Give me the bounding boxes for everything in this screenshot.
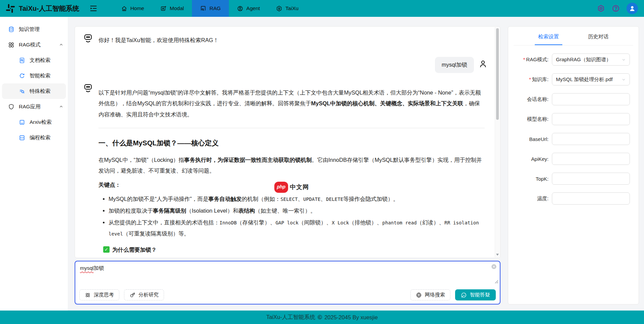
- sidebar-group-rag-mode[interactable]: RAG模式: [0, 37, 68, 52]
- refresh-icon: [19, 73, 25, 79]
- nav-item-taixu[interactable]: TaiXu: [268, 0, 307, 17]
- field-label: TopK:: [514, 176, 549, 182]
- main-nav: Home Modal RAG Agent TaiXu: [113, 0, 307, 17]
- doc-search-icon: [19, 57, 25, 64]
- web-search-button[interactable]: 网络搜索: [410, 289, 450, 300]
- settings-panel: 检索设置 历史对话 *RAG模式: GraphRAG（知识图谱） *知识库: M…: [508, 26, 639, 304]
- form-row-session-name: 会话名称:: [514, 93, 630, 105]
- api-key-field: [552, 153, 630, 165]
- select-value: MySQL 加锁处理分析.pdf: [556, 76, 613, 83]
- rag-mode-select[interactable]: GraphRAG（知识图谱）: [552, 53, 630, 66]
- keypoints-list: MySQL的加锁不是“人为手动操作”，而是事务自动触发的机制（例如：SELECT…: [98, 193, 485, 239]
- app-logo-icon: [5, 3, 15, 13]
- grid-icon: [8, 42, 14, 48]
- sidebar-item-smart-search[interactable]: 智能检索: [0, 68, 68, 83]
- session-name-input[interactable]: [556, 96, 626, 103]
- user-message-bubble: mysql加锁: [435, 57, 474, 73]
- form-row-topk: TopK:: [514, 173, 630, 185]
- nav-item-home[interactable]: Home: [113, 0, 152, 17]
- answer-definition: 在MySQL中，“加锁”（Locking）指事务执行时，为保证数据一致性而主动获…: [98, 154, 485, 176]
- ai-message-greeting: 你好！我是TaiXu智能，欢迎使用特殊检索RAG！: [83, 33, 487, 45]
- composer-actions: 深度思考 分析研究 网络搜索 智能答疑: [79, 289, 496, 300]
- greeting-text: 你好！我是TaiXu智能，欢迎使用特殊检索RAG！: [98, 33, 219, 45]
- sidebar-label: Arxiv检索: [30, 119, 51, 126]
- sidebar-group-rag-apps[interactable]: RAG应用: [0, 99, 68, 114]
- agent-icon: [237, 5, 243, 12]
- base-url-input[interactable]: [556, 136, 626, 142]
- clear-input-icon[interactable]: [491, 264, 497, 269]
- person-avatar-icon: [479, 60, 487, 68]
- answer-intro: 以下是针对用户问题“mysql加锁”的详尽中文解答。我将严格基于您提供的上下文（…: [98, 87, 485, 120]
- footer-app-title: TaiXu-人工智能系统: [266, 314, 315, 321]
- chevron-up-icon: [59, 43, 63, 47]
- nav-item-rag[interactable]: RAG: [192, 0, 229, 17]
- model-name-field: [552, 113, 630, 125]
- home-icon: [121, 5, 127, 12]
- chat-scroll-area[interactable]: 你好！我是TaiXu智能，欢迎使用特殊检索RAG！ mysql加锁 以下是针对用…: [75, 27, 495, 258]
- knowledge-base-select[interactable]: MySQL 加锁处理分析.pdf: [552, 73, 630, 85]
- taixu-icon: [276, 5, 282, 12]
- app-title: TaiXu-人工智能系统: [19, 4, 79, 13]
- temperature-input[interactable]: [556, 195, 626, 202]
- footer: TaiXu-人工智能系统 © 2025-2045 By xuesjie: [0, 311, 644, 324]
- field-label: 会话名称:: [514, 96, 549, 103]
- research-icon: [129, 292, 135, 298]
- topk-input[interactable]: [556, 176, 626, 182]
- robot-avatar-icon: [83, 33, 93, 43]
- why-lock-title-row: ✓ 为什么需要加锁？: [103, 244, 485, 255]
- api-key-input[interactable]: [556, 156, 626, 162]
- chevron-down-icon: [621, 77, 626, 82]
- sidebar-item-code-search[interactable]: 编程检索: [0, 130, 68, 145]
- message-input[interactable]: mysql加锁: [80, 265, 495, 272]
- keypoints-row: 关键点： php 中文网: [98, 179, 485, 191]
- why-lock-title: 为什么需要加锁？: [112, 244, 157, 255]
- nav-item-agent[interactable]: Agent: [229, 0, 268, 17]
- tab-history[interactable]: 历史对话: [585, 31, 612, 45]
- settings-gear-icon[interactable]: [597, 4, 605, 12]
- sidebar-label: RAG应用: [19, 103, 41, 110]
- database-icon: [8, 26, 14, 33]
- settings-tabs: 检索设置 历史对话: [514, 27, 633, 45]
- nav-label: Home: [130, 5, 144, 11]
- chat-panel: 你好！我是TaiXu智能，欢迎使用特殊检索RAG！ mysql加锁 以下是针对用…: [75, 26, 500, 258]
- scrollbar-down-arrow[interactable]: [496, 254, 499, 256]
- why-lock-block: ✓ 为什么需要加锁？ 例如：当两个事务同时操作同一行数据时（如事务A删除id=1…: [103, 244, 485, 258]
- user-icon: [629, 5, 636, 12]
- why-lock-body: 例如：当两个事务同时操作同一行数据时（如事务A删除id=10的记录，事务B更新同…: [103, 256, 485, 258]
- nav-label: TaiXu: [285, 5, 298, 11]
- tab-retrieval-settings[interactable]: 检索设置: [535, 31, 562, 45]
- resize-handle[interactable]: [494, 279, 498, 283]
- php-logo-text: 中文网: [290, 181, 309, 193]
- web-search-label: 网络搜索: [425, 292, 445, 298]
- select-value: GraphRAG（知识图谱）: [556, 57, 611, 63]
- composer-right-actions: 网络搜索 智能答疑: [410, 289, 496, 300]
- modal-icon: [160, 5, 167, 12]
- robot-avatar-icon: [83, 83, 93, 93]
- form-row-rag-mode: *RAG模式: GraphRAG（知识图谱）: [514, 53, 630, 66]
- nav-label: Agent: [246, 5, 260, 11]
- sidebar-item-doc-search[interactable]: 文档检索: [0, 52, 68, 68]
- sidebar-item-arxiv-search[interactable]: Arxiv检索: [0, 114, 68, 130]
- user-message: mysql加锁: [83, 57, 487, 73]
- analysis-button[interactable]: 分析研究: [124, 289, 164, 300]
- sidebar-item-special-search[interactable]: 特殊检索: [2, 83, 66, 99]
- composer: mysql加锁 深度思考 分析研究: [75, 261, 500, 304]
- deep-think-button[interactable]: 深度思考: [79, 289, 119, 300]
- user-avatar[interactable]: [627, 3, 638, 14]
- submit-button[interactable]: 智能答疑: [455, 289, 496, 300]
- sidebar-label: RAG模式: [19, 41, 41, 48]
- model-name-input[interactable]: [556, 116, 626, 122]
- shield-icon: [8, 104, 14, 110]
- app-root: TaiXu-人工智能系统 Home Modal RAG Agent: [0, 0, 644, 324]
- sidebar-label: 知识管理: [19, 26, 40, 33]
- deep-think-label: 深度思考: [94, 292, 114, 298]
- center-column: 你好！我是TaiXu智能，欢迎使用特殊检索RAG！ mysql加锁 以下是针对用…: [68, 17, 500, 311]
- temperature-field: [552, 192, 630, 205]
- scrollbar-thumb[interactable]: [496, 28, 499, 120]
- sidebar-item-knowledge[interactable]: 知识管理: [0, 22, 68, 37]
- nav-item-modal[interactable]: Modal: [152, 0, 192, 17]
- help-icon[interactable]: [612, 4, 620, 12]
- collapse-sidebar-icon[interactable]: [89, 4, 97, 12]
- chat-scrollbar[interactable]: [495, 27, 500, 257]
- sidebar-label: 特殊检索: [30, 88, 50, 95]
